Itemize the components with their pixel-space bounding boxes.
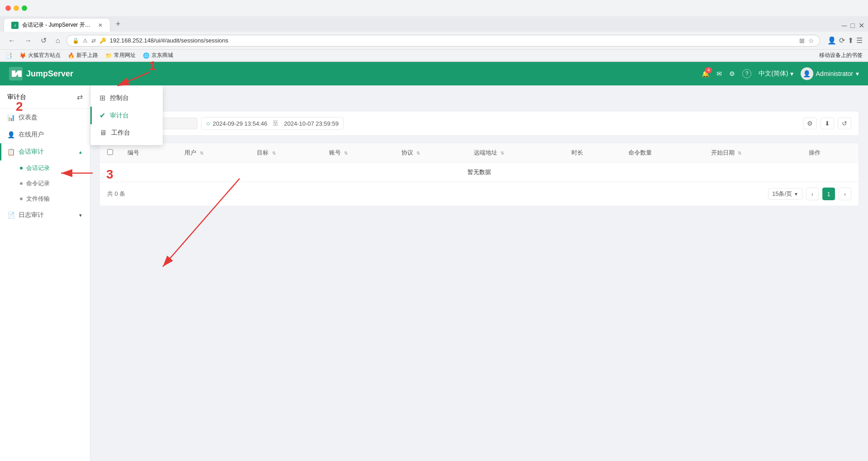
- dropdown-audit[interactable]: ✔ 审计台: [90, 107, 163, 124]
- back-button[interactable]: ←: [5, 35, 18, 47]
- address-bar[interactable]: 🔒 ⚠ ⇄ 🔑 192.168.252.148/ui/#/audit/sessi…: [66, 35, 820, 47]
- notification-icon[interactable]: 🔔 4: [702, 70, 709, 77]
- extensions-icon[interactable]: ⊞: [799, 37, 805, 44]
- notification-badge: 4: [705, 67, 712, 73]
- empty-state: 暂无数据: [100, 163, 859, 182]
- dashboard-icon: 📊: [7, 114, 15, 121]
- online-users-icon: 👤: [7, 131, 15, 138]
- date-range-picker[interactable]: ○ 2024-09-29 13:54:46 至 2024-10-07 23:59…: [201, 117, 344, 130]
- content-header: 会话: [99, 94, 859, 104]
- date-separator: 至: [273, 119, 278, 127]
- bookmark-newuser[interactable]: 🔥 新手上路: [68, 52, 98, 59]
- mobile-bookmarks[interactable]: 移动设备上的书签: [819, 52, 863, 59]
- settings-icon[interactable]: ⚙: [729, 70, 735, 77]
- user-chevron-icon: ▾: [856, 70, 859, 77]
- data-table: 编号 用户 ⇅ 目标 ⇅: [99, 143, 859, 206]
- nav-sync-icon[interactable]: ⟳: [839, 36, 845, 45]
- sidebar-title: 审计台: [7, 93, 26, 101]
- export-button[interactable]: ⬇: [821, 118, 834, 129]
- topbar: JumpServer 🔔 4 ✉ ⚙ ? 中文(简体) ▾ 👤: [0, 62, 868, 85]
- browser-tab[interactable]: J 会话记录 - JumpServer 开源堡 ✕: [4, 18, 110, 32]
- console-icon: ⊞: [99, 94, 105, 102]
- col-account[interactable]: 账号 ⇅: [322, 143, 394, 163]
- language-selector[interactable]: 中文(简体) ▾: [759, 70, 793, 78]
- dropdown-console[interactable]: ⊞ 控制台: [90, 89, 163, 107]
- bookmark-jd[interactable]: 🌐 京东商城: [143, 52, 173, 59]
- sidebar-collapse-icon[interactable]: ⇄: [77, 93, 83, 101]
- forward-button[interactable]: →: [22, 35, 34, 47]
- dropdown-workbench[interactable]: 🖥 工作台: [90, 124, 163, 141]
- nav-ext-icon[interactable]: ⬆: [848, 36, 854, 45]
- tab-favicon: J: [11, 22, 19, 29]
- log-audit-icon: 📄: [7, 212, 15, 219]
- total-count: 共 0 条: [107, 190, 125, 198]
- window-maximize[interactable]: □: [850, 22, 855, 30]
- col-user[interactable]: 用户 ⇅: [177, 143, 250, 163]
- bookmark-firefox[interactable]: 🦊 火狐官方站点: [19, 52, 61, 59]
- sidebar-item-file-transfer[interactable]: 文件传输: [13, 191, 90, 207]
- mail-icon[interactable]: ✉: [717, 70, 722, 77]
- refresh-button[interactable]: ↺: [838, 118, 851, 129]
- inactive-dot2: [20, 198, 23, 200]
- sidebar-item-command-records[interactable]: 命令记录: [13, 176, 90, 191]
- bookmark-common[interactable]: 📁 常用网址: [105, 52, 136, 59]
- chevron-up-icon: ▲: [78, 150, 83, 155]
- user-menu[interactable]: 👤 Administrator ▾: [801, 67, 859, 80]
- sidebar-item-session-audit[interactable]: 📋 会话审计 ▲: [0, 143, 90, 160]
- table-settings-button[interactable]: ⚙: [803, 118, 817, 129]
- select-all-checkbox[interactable]: [107, 149, 113, 155]
- page-size-selector[interactable]: 15条/页 ▼: [768, 188, 802, 200]
- sidebar: 审计台 ⇄ 📊 仪表盘 👤 在线用户 📋 会话审计 ▲: [0, 85, 90, 461]
- date-start: 2024-09-29 13:54:46: [212, 120, 267, 127]
- sidebar-item-session-records[interactable]: 会话记录: [13, 160, 90, 176]
- sort-icon4: ⇅: [416, 151, 420, 155]
- avatar: 👤: [801, 67, 813, 80]
- sidebar-item-log-audit[interactable]: 📄 日志审计 ▼: [0, 207, 90, 224]
- logo[interactable]: JumpServer: [9, 67, 73, 80]
- col-target[interactable]: 目标 ⇅: [250, 143, 322, 163]
- next-page-button[interactable]: ›: [839, 188, 851, 200]
- nav-user-icon[interactable]: 👤: [827, 36, 836, 45]
- clock-icon: ○: [206, 120, 210, 127]
- active-dot: [20, 167, 23, 169]
- bookmarks-icon: 📑: [5, 52, 12, 59]
- tab-close-button[interactable]: ✕: [98, 22, 103, 28]
- toolbar: 🔍 ○ 2024-09-29 13:54:46 至 2024-10-07 23:…: [99, 111, 859, 136]
- home-button[interactable]: ⌂: [53, 35, 63, 47]
- address-text: 192.168.252.148/ui/#/audit/sessions/sess…: [110, 37, 228, 44]
- svg-text:J: J: [14, 24, 16, 28]
- nav-menu-icon[interactable]: ☰: [856, 36, 863, 45]
- tab-title: 会话记录 - JumpServer 开源堡: [22, 21, 94, 29]
- sort-icon6: ⇅: [738, 151, 741, 155]
- date-end: 2024-10-07 23:59:59: [284, 120, 339, 127]
- new-tab-button[interactable]: +: [112, 19, 124, 29]
- sidebar-item-dashboard[interactable]: 📊 仪表盘: [0, 109, 90, 126]
- col-command-count: 命令数量: [621, 143, 703, 163]
- sort-icon3: ⇅: [344, 151, 348, 155]
- col-remote-addr[interactable]: 远端地址 ⇅: [467, 143, 564, 163]
- sort-icon5: ⇅: [500, 151, 504, 155]
- col-number: 编号: [120, 143, 177, 163]
- window-close[interactable]: ✕: [859, 21, 864, 30]
- sidebar-item-online-users[interactable]: 👤 在线用户: [0, 126, 90, 143]
- pagination: 共 0 条 15条/页 ▼ ‹ 1 ›: [100, 182, 859, 206]
- sort-icon: ⇅: [200, 151, 203, 155]
- lang-chevron-icon: ▾: [790, 70, 793, 77]
- page-size-arrow: ▼: [794, 192, 798, 197]
- inactive-dot: [20, 182, 23, 185]
- help-icon[interactable]: ?: [742, 69, 751, 78]
- col-duration: 时长: [564, 143, 621, 163]
- audit-check-icon: ✔: [99, 111, 105, 120]
- page-1-button[interactable]: 1: [822, 188, 835, 200]
- col-start-date[interactable]: 开始日期 ⇅: [704, 143, 802, 163]
- bookmark-icon[interactable]: ☆: [808, 37, 814, 44]
- refresh-button[interactable]: ↺: [38, 34, 49, 47]
- prev-page-button[interactable]: ‹: [806, 188, 819, 200]
- window-minimize[interactable]: ─: [842, 22, 847, 30]
- security-check-icon: ⚠: [83, 38, 88, 44]
- dropdown-menu: ⊞ 控制台 ✔ 审计台 🖥 工作台: [90, 85, 163, 145]
- address-icon3: 🔑: [99, 38, 106, 44]
- toolbar-actions: ⚙ ⬇ ↺: [803, 118, 851, 129]
- lang-text: 中文(简体): [759, 70, 788, 78]
- col-protocol[interactable]: 协议 ⇅: [394, 143, 467, 163]
